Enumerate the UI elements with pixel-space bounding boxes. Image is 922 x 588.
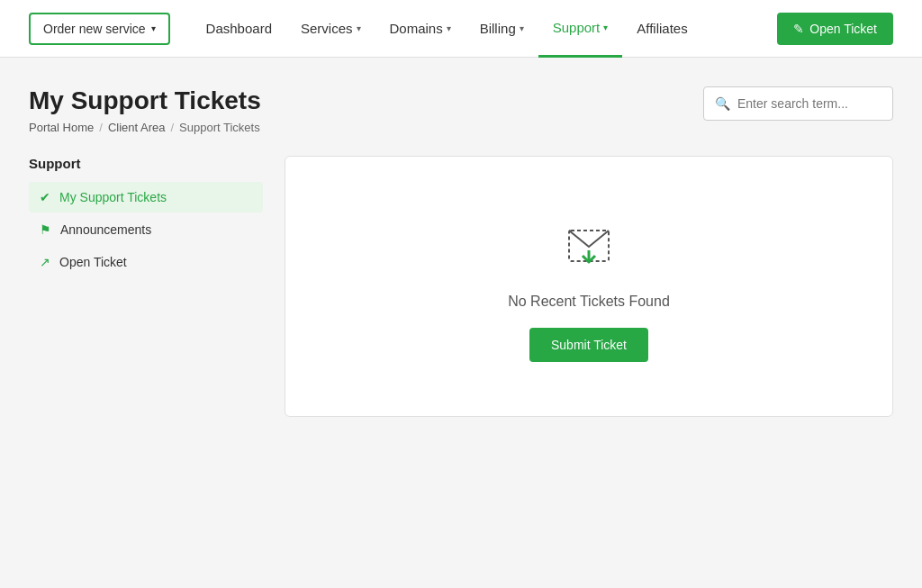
page-title-block: My Support Tickets Portal Home / Client … xyxy=(29,86,261,134)
flag-icon: ⚑ xyxy=(40,222,51,237)
open-ticket-button[interactable]: ✎ Open Ticket xyxy=(777,13,893,45)
support-chevron-icon: ▾ xyxy=(603,23,608,32)
breadcrumb-sep-2: / xyxy=(170,121,174,134)
nav-item-support[interactable]: Support ▾ xyxy=(538,0,623,58)
no-tickets-icon xyxy=(556,211,621,276)
breadcrumb-portal-home[interactable]: Portal Home xyxy=(29,121,94,134)
domains-chevron-icon: ▾ xyxy=(447,23,451,33)
sidebar-announcements-label: Announcements xyxy=(60,222,151,237)
sidebar-item-open-ticket[interactable]: ↗ Open Ticket xyxy=(29,247,263,277)
nav-item-dashboard[interactable]: Dashboard xyxy=(192,0,286,58)
page-header: My Support Tickets Portal Home / Client … xyxy=(29,86,893,134)
breadcrumb-support-tickets: Support Tickets xyxy=(179,121,260,134)
sidebar-section-title: Support xyxy=(29,156,263,171)
nav-item-billing[interactable]: Billing ▾ xyxy=(466,0,538,58)
page-title: My Support Tickets xyxy=(29,86,261,115)
submit-ticket-button[interactable]: Submit Ticket xyxy=(529,328,648,362)
nav-item-affiliates[interactable]: Affiliates xyxy=(622,0,701,58)
nav-links: Dashboard Services ▾ Domains ▾ Billing ▾… xyxy=(192,0,778,58)
breadcrumb-sep-1: / xyxy=(99,121,103,134)
nav-item-domains[interactable]: Domains ▾ xyxy=(375,0,466,58)
breadcrumb-client-area[interactable]: Client Area xyxy=(108,121,166,134)
pencil-icon: ✎ xyxy=(793,22,804,36)
order-btn-chevron-icon: ▾ xyxy=(151,23,156,33)
sidebar-item-my-tickets[interactable]: ✔ My Support Tickets xyxy=(29,182,263,213)
search-input[interactable] xyxy=(737,96,881,111)
external-link-icon: ↗ xyxy=(40,255,50,269)
main-layout: Support ✔ My Support Tickets ⚑ Announcem… xyxy=(29,156,893,417)
page-wrapper: My Support Tickets Portal Home / Client … xyxy=(0,58,922,588)
search-icon: 🔍 xyxy=(715,96,730,111)
navbar: Order new service ▾ Dashboard Services ▾… xyxy=(0,0,922,58)
sidebar-item-announcements[interactable]: ⚑ Announcements xyxy=(29,214,263,245)
search-box: 🔍 xyxy=(703,86,893,121)
billing-chevron-icon: ▾ xyxy=(520,23,524,33)
sidebar-my-tickets-label: My Support Tickets xyxy=(59,190,167,204)
breadcrumb: Portal Home / Client Area / Support Tick… xyxy=(29,121,261,134)
sidebar-open-ticket-label: Open Ticket xyxy=(59,255,127,269)
order-new-service-button[interactable]: Order new service ▾ xyxy=(29,13,170,45)
empty-message: No Recent Tickets Found xyxy=(508,294,670,310)
sidebar: Support ✔ My Support Tickets ⚑ Announcem… xyxy=(29,156,263,279)
nav-item-services[interactable]: Services ▾ xyxy=(286,0,375,58)
check-icon: ✔ xyxy=(40,190,50,204)
empty-state: No Recent Tickets Found Submit Ticket xyxy=(508,211,670,362)
services-chevron-icon: ▾ xyxy=(357,23,361,33)
order-btn-label: Order new service xyxy=(43,22,146,36)
content-card: No Recent Tickets Found Submit Ticket xyxy=(285,156,893,417)
